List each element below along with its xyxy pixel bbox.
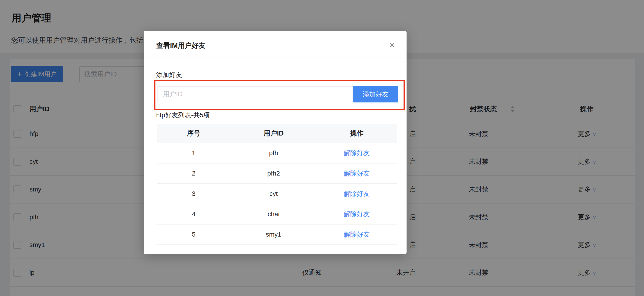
friend-table-body: 1 pfh 解除好友 2 pfh2 解除好友 3 cyt 解除好友 4 chai…: [156, 143, 397, 245]
friend-row-user-id: smy1: [231, 225, 316, 244]
remove-friend-link[interactable]: 解除好友: [344, 169, 370, 178]
friend-row-no: 3: [156, 184, 231, 204]
friend-row-user-id: cyt: [231, 184, 316, 204]
add-friend-section-label: 添加好友: [156, 71, 182, 79]
friend-row: 5 smy1 解除好友: [156, 225, 397, 245]
remove-friend-link[interactable]: 解除好友: [344, 210, 370, 219]
friend-row-no: 1: [156, 143, 231, 163]
friend-row-no: 5: [156, 225, 231, 244]
friend-col-no: 序号: [156, 124, 231, 143]
friend-table-header: 序号 用户ID 操作: [156, 124, 397, 143]
remove-friend-link[interactable]: 解除好友: [344, 149, 370, 157]
friend-col-user-id: 用户ID: [231, 124, 316, 143]
remove-friend-link[interactable]: 解除好友: [344, 230, 370, 239]
screen: 用户管理 您可以使用用户管理对用户进行操作，包括 + 创建IM用户 用户ID 扰…: [0, 0, 644, 296]
friend-row: 4 chai 解除好友: [156, 204, 397, 225]
friend-col-action: 操作: [316, 124, 397, 143]
friend-row-no: 4: [156, 204, 231, 224]
annotation-highlight-box: [154, 80, 405, 110]
friend-row-user-id: pfh2: [231, 163, 316, 183]
friend-row: 3 cyt 解除好友: [156, 184, 397, 204]
friend-table: 序号 用户ID 操作 1 pfh 解除好友 2 pfh2 解除好友 3 cyt …: [156, 124, 397, 245]
friend-list-label: hfp好友列表-共5项: [156, 111, 210, 120]
friend-row: 2 pfh2 解除好友: [156, 163, 397, 184]
friend-row-user-id: pfh: [231, 143, 316, 163]
friend-row-no: 2: [156, 163, 231, 183]
view-im-friends-modal: 查看IM用户好友 ✕ 添加好友 添加好友 hfp好友列表-共5项 序号 用户ID…: [144, 31, 406, 254]
remove-friend-link[interactable]: 解除好友: [344, 189, 370, 198]
modal-title: 查看IM用户好友: [156, 41, 206, 50]
close-icon[interactable]: ✕: [388, 40, 397, 50]
friend-row: 1 pfh 解除好友: [156, 143, 397, 163]
friend-row-user-id: chai: [231, 204, 316, 224]
modal-header-divider: [144, 58, 406, 58]
